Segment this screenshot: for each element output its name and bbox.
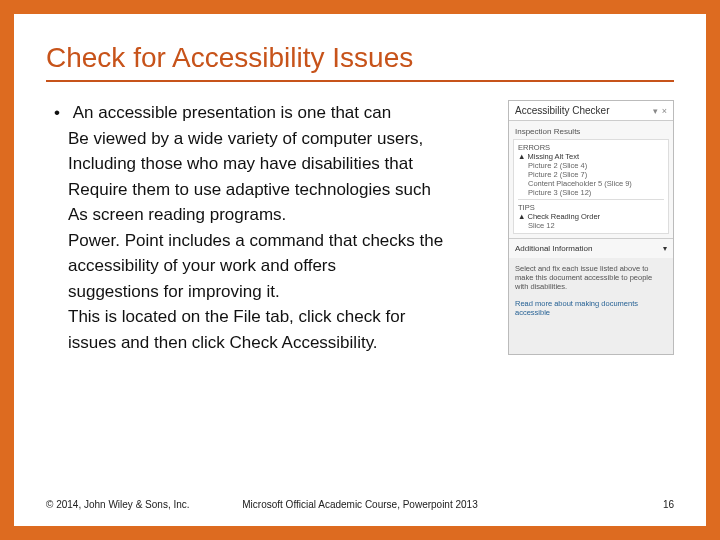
content-row: An accessible presentation is one that c… bbox=[46, 100, 674, 355]
body-text: An accessible presentation is one that c… bbox=[46, 100, 494, 355]
body-line: suggestions for improving it. bbox=[68, 279, 494, 305]
error-item[interactable]: Picture 2 (Slice 4) bbox=[518, 161, 664, 170]
error-group[interactable]: ▲ Missing Alt Text bbox=[518, 152, 664, 161]
error-item[interactable]: Picture 2 (Slice 7) bbox=[518, 170, 664, 179]
inspection-results-label: Inspection Results bbox=[509, 121, 673, 139]
additional-info-text: Select and fix each issue listed above t… bbox=[515, 264, 667, 291]
title-underline bbox=[46, 80, 674, 82]
tips-item[interactable]: Slice 12 bbox=[518, 221, 664, 230]
body-line: Including those who may have disabilitie… bbox=[68, 151, 494, 177]
footer-course-name: Microsoft Official Academic Course, Powe… bbox=[242, 499, 477, 510]
body-line: As screen reading programs. bbox=[68, 202, 494, 228]
errors-label: ERRORS bbox=[518, 143, 664, 152]
body-line: accessibility of your work and offers bbox=[68, 253, 494, 279]
tips-label: TIPS bbox=[518, 203, 664, 212]
body-line: This is located on the File tab, click c… bbox=[68, 304, 494, 330]
inspection-results-box: ERRORS ▲ Missing Alt Text Picture 2 (Sli… bbox=[513, 139, 669, 234]
body-line: issues and then click Check Accessibilit… bbox=[68, 330, 494, 356]
footer-page-number: 16 bbox=[663, 499, 674, 510]
slide-title: Check for Accessibility Issues bbox=[46, 42, 674, 74]
additional-info-link[interactable]: Read more about making documents accessi… bbox=[515, 299, 667, 317]
panel-dropdown-icon[interactable]: ▾ bbox=[653, 106, 658, 116]
body-line: An accessible presentation is one that c… bbox=[68, 100, 494, 126]
panel-header: Accessibility Checker ▾ × bbox=[509, 101, 673, 121]
additional-info-header[interactable]: Additional Information ▾ bbox=[509, 238, 673, 258]
chevron-down-icon: ▾ bbox=[663, 244, 667, 253]
body-line: Be viewed by a wide variety of computer … bbox=[68, 126, 494, 152]
additional-info-label: Additional Information bbox=[515, 244, 592, 253]
footer-copyright: © 2014, John Wiley & Sons, Inc. bbox=[46, 499, 190, 510]
slide-footer: © 2014, John Wiley & Sons, Inc. Microsof… bbox=[46, 499, 674, 510]
accessibility-checker-panel: Accessibility Checker ▾ × Inspection Res… bbox=[508, 100, 674, 355]
error-item[interactable]: Picture 3 (Slice 12) bbox=[518, 188, 664, 197]
close-icon[interactable]: × bbox=[662, 106, 667, 116]
panel-title: Accessibility Checker bbox=[515, 105, 609, 116]
body-line: Require them to use adaptive technologie… bbox=[68, 177, 494, 203]
tips-group[interactable]: ▲ Check Reading Order bbox=[518, 212, 664, 221]
error-item[interactable]: Content Placeholder 5 (Slice 9) bbox=[518, 179, 664, 188]
slide: Check for Accessibility Issues An access… bbox=[14, 14, 706, 526]
body-line: Power. Point includes a command that che… bbox=[68, 228, 494, 254]
additional-info-body: Select and fix each issue listed above t… bbox=[509, 258, 673, 354]
